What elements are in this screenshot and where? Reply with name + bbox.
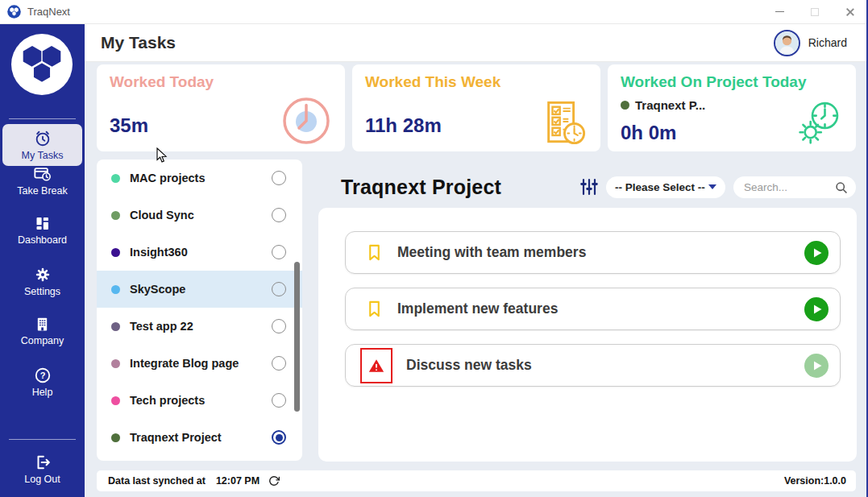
start-task-button[interactable] (804, 297, 829, 321)
card-title: Worked On Project Today (621, 73, 843, 91)
task-label: Meeting with team members (397, 244, 586, 261)
status-bar: Data last synched at 12:07 PM Version:1.… (97, 470, 856, 491)
sidebar-item-company[interactable]: Company (0, 312, 85, 350)
project-radio[interactable] (272, 245, 286, 259)
project-row-mac-projects[interactable]: MAC projects (97, 159, 302, 197)
project-name: Tech projects (130, 394, 272, 407)
sidebar-item-label: Company (21, 335, 64, 346)
gear-clock-icon (795, 98, 843, 147)
user-menu[interactable]: Richard (774, 30, 847, 56)
avatar[interactable] (774, 30, 800, 56)
play-icon (807, 243, 826, 263)
sidebar-divider (9, 118, 76, 119)
project-name: SkyScope (130, 283, 272, 296)
window-title: TraqNext (27, 6, 70, 18)
alarm-clock-icon (34, 130, 52, 147)
sidebar-item-settings[interactable]: Settings (0, 262, 85, 300)
project-row-tech-projects[interactable]: Tech projects (97, 382, 302, 419)
project-radio[interactable] (272, 393, 286, 408)
play-icon (807, 300, 826, 319)
sidebar-item-label: Settings (24, 286, 60, 297)
sidebar-item-take-break[interactable]: Take Break (0, 161, 85, 200)
sidebar-item-log-out[interactable]: Log Out (0, 449, 85, 488)
project-radio[interactable] (272, 356, 286, 371)
project-row-cloud-sync[interactable]: Cloud Sync (97, 197, 302, 234)
filter-sliders-icon[interactable] (579, 177, 599, 197)
sidebar: My Tasks Take Break Dashboard Settin (0, 24, 85, 497)
project-name: Cloud Sync (130, 209, 272, 222)
task-filter-dropdown[interactable]: -- Please Select -- (606, 176, 725, 198)
help-question-icon: ? (34, 367, 52, 384)
bookmark-icon (365, 242, 384, 263)
project-row-integrate-blog-page[interactable]: Integrate Blog page (97, 345, 302, 382)
maximize-icon (811, 8, 819, 16)
project-name: Traqnext Project (130, 431, 272, 444)
project-radio[interactable] (272, 319, 286, 333)
start-task-button[interactable] (804, 241, 829, 265)
checklist-clock-icon (541, 100, 588, 147)
warning-icon (368, 357, 385, 375)
close-button[interactable] (833, 0, 868, 23)
project-radio[interactable] (272, 282, 286, 296)
project-row-traqnext-project[interactable]: Traqnext Project (97, 419, 302, 456)
gear-icon (34, 266, 52, 284)
search-icon[interactable] (834, 180, 848, 194)
play-icon (807, 356, 826, 375)
brand-logo-icon (11, 34, 73, 95)
building-icon (34, 316, 51, 333)
project-row-test-app-22[interactable]: Test app 22 (97, 308, 302, 345)
project-dot (111, 322, 120, 331)
project-radio[interactable] (272, 208, 286, 222)
card-title: Worked This Week (365, 73, 588, 91)
bookmark-icon (365, 299, 384, 319)
project-name: Test app 22 (130, 320, 272, 333)
selected-project-title: Traqnext Project (341, 176, 501, 199)
logout-icon (34, 454, 52, 471)
sidebar-item-my-tasks[interactable]: My Tasks (2, 124, 82, 166)
card-project-name: Traqnext P... (635, 98, 705, 112)
task-row-discuss[interactable]: Discuss new tasks (345, 344, 841, 387)
project-dot (111, 174, 120, 183)
card-project-line: Traqnext P... (621, 98, 705, 112)
sidebar-item-label: Log Out (24, 474, 60, 485)
sidebar-item-dashboard[interactable]: Dashboard (0, 211, 85, 250)
refresh-sync-icon[interactable] (268, 475, 280, 487)
tasks-panel: Meeting with team members Implement new … (318, 208, 857, 462)
project-dot (111, 211, 120, 220)
sidebar-item-label: Help (32, 387, 53, 398)
sidebar-item-label: Take Break (17, 185, 68, 197)
project-radio-selected[interactable] (272, 430, 286, 445)
project-dot (621, 101, 629, 110)
task-label: Discuss new tasks (406, 357, 532, 374)
project-dot (111, 248, 120, 257)
projects-scrollbar[interactable] (294, 262, 300, 412)
main-area: My Tasks Richard Worked Today 35m (85, 24, 868, 497)
sidebar-divider (9, 439, 76, 440)
svg-text:?: ? (39, 370, 45, 379)
stats-cards-row: Worked Today 35m Worked This Week 11h 28… (97, 64, 856, 151)
task-row-meeting[interactable]: Meeting with team members (345, 231, 841, 274)
sidebar-item-label: My Tasks (22, 150, 64, 161)
project-radio[interactable] (272, 171, 286, 185)
card-title: Worked Today (110, 73, 332, 91)
task-row-implement[interactable]: Implement new features (345, 288, 841, 330)
worked-on-project-value: 0h 0m (621, 122, 676, 144)
search-input[interactable] (744, 181, 834, 193)
sidebar-item-help[interactable]: ? Help (0, 362, 85, 401)
maximize-button[interactable] (797, 0, 833, 23)
task-label: Implement new features (397, 300, 558, 317)
project-row-skyscope[interactable]: SkyScope (97, 271, 302, 308)
dashboard-grid-icon (34, 215, 51, 232)
page-title: My Tasks (101, 33, 176, 52)
worked-this-week-value: 11h 28m (365, 114, 442, 137)
sync-time: 12:07 PM (216, 475, 260, 487)
project-dot (111, 433, 120, 442)
project-dot (111, 396, 120, 405)
warning-box[interactable] (360, 348, 392, 383)
search-box (733, 176, 856, 198)
minimize-button[interactable] (762, 0, 797, 23)
project-row-insight360[interactable]: Insight360 (97, 234, 302, 271)
sync-label: Data last synched at (108, 475, 206, 487)
project-name: MAC projects (130, 172, 272, 184)
start-task-button-disabled (804, 354, 829, 378)
